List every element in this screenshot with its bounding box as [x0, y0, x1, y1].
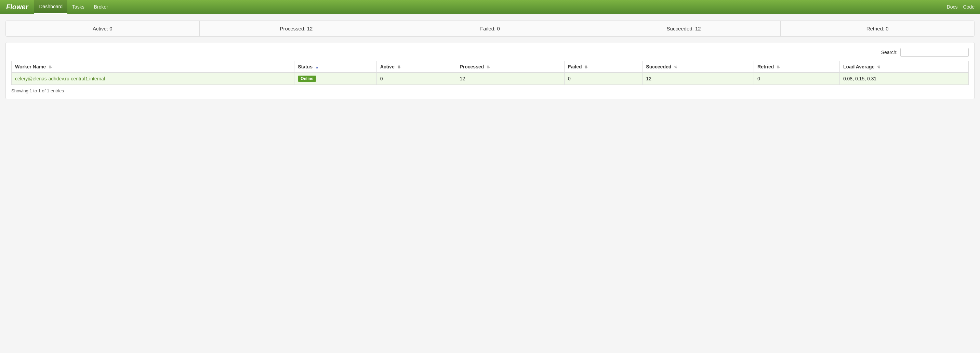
sort-icon-worker-name: ⇅ — [49, 65, 52, 70]
col-load-average[interactable]: Load Average ⇅ — [840, 61, 968, 73]
worker-name-link[interactable]: celery@elenas-adhdev.ru-central1.interna… — [15, 76, 105, 81]
cell-succeeded: 12 — [643, 73, 754, 85]
docs-link[interactable]: Docs — [947, 4, 958, 10]
nav-link-dashboard[interactable]: Dashboard — [34, 0, 67, 14]
search-input[interactable] — [900, 48, 969, 57]
nav-link-tasks[interactable]: Tasks — [67, 0, 89, 14]
showing-entries-text: Showing 1 to 1 of 1 entries — [11, 88, 969, 93]
sort-icon-failed: ⇅ — [584, 65, 587, 70]
cell-processed: 12 — [456, 73, 565, 85]
sort-icon-succeeded: ⇅ — [674, 65, 677, 70]
code-link[interactable]: Code — [963, 4, 975, 10]
sort-icon-processed: ⇅ — [487, 65, 490, 70]
nav-link-broker[interactable]: Broker — [89, 0, 113, 14]
col-worker-name[interactable]: Worker Name ⇅ — [12, 61, 294, 73]
cell-status: Online — [294, 73, 377, 85]
col-failed[interactable]: Failed ⇅ — [565, 61, 643, 73]
sort-icon-load-average: ⇅ — [877, 65, 880, 70]
status-badge: Online — [298, 76, 316, 82]
col-processed[interactable]: Processed ⇅ — [456, 61, 565, 73]
col-active[interactable]: Active ⇅ — [377, 61, 456, 73]
sort-icon-status: ▲ — [315, 65, 319, 69]
cell-load-average: 0.08, 0.15, 0.31 — [840, 73, 968, 85]
cell-worker-name: celery@elenas-adhdev.ru-central1.interna… — [12, 73, 294, 85]
search-label: Search: — [881, 49, 897, 55]
main-panel: Search: Worker Name ⇅ Status ▲ Active ⇅ — [5, 42, 975, 99]
sort-icon-retried: ⇅ — [776, 65, 780, 70]
nav-item-broker[interactable]: Broker — [89, 0, 113, 14]
nav-item-tasks[interactable]: Tasks — [67, 0, 89, 14]
navbar-right: Docs Code — [947, 0, 980, 14]
stat-active: Active: 0 — [6, 21, 200, 36]
stat-retried: Retried: 0 — [781, 21, 974, 36]
stats-row: Active: 0 Processed: 12 Failed: 0 Succee… — [5, 21, 975, 37]
col-status[interactable]: Status ▲ — [294, 61, 377, 73]
sort-icon-active: ⇅ — [397, 65, 401, 70]
workers-table: Worker Name ⇅ Status ▲ Active ⇅ Processe… — [11, 61, 969, 85]
nav-item-dashboard[interactable]: Dashboard — [34, 0, 67, 14]
table-header-row: Worker Name ⇅ Status ▲ Active ⇅ Processe… — [12, 61, 969, 73]
cell-retried: 0 — [754, 73, 840, 85]
cell-active: 0 — [377, 73, 456, 85]
col-succeeded[interactable]: Succeeded ⇅ — [643, 61, 754, 73]
cell-failed: 0 — [565, 73, 643, 85]
stat-processed: Processed: 12 — [200, 21, 394, 36]
stat-succeeded: Succeeded: 12 — [587, 21, 781, 36]
col-retried[interactable]: Retried ⇅ — [754, 61, 840, 73]
table-row: celery@elenas-adhdev.ru-central1.interna… — [12, 73, 969, 85]
navbar: Flower Dashboard Tasks Broker Docs Code — [0, 0, 980, 14]
nav-links: Dashboard Tasks Broker — [34, 0, 113, 14]
search-bar: Search: — [11, 48, 969, 57]
stat-failed: Failed: 0 — [393, 21, 587, 36]
brand-logo[interactable]: Flower — [0, 0, 34, 14]
